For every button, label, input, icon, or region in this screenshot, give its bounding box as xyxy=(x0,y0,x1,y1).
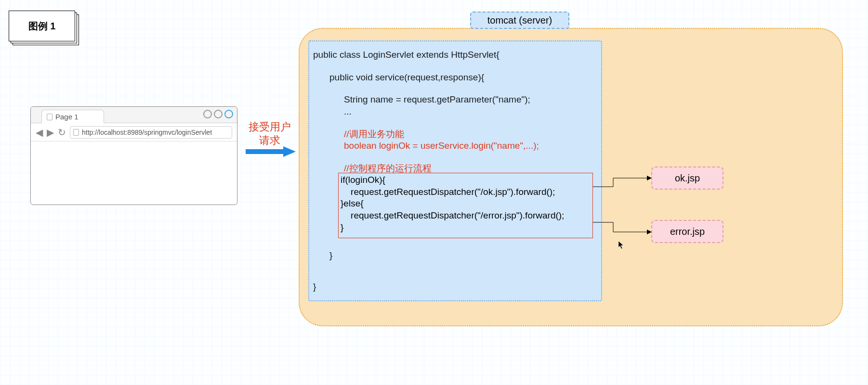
svg-marker-1 xyxy=(283,146,296,157)
code-line: String name = request.getParameter("name… xyxy=(313,94,597,106)
legend-box: 图例 1 xyxy=(9,11,75,41)
error-jsp-label: error.jsp xyxy=(670,226,705,237)
code-comment-business: //调用业务功能 xyxy=(313,128,597,141)
url-bar[interactable]: http://localhost:8989/springmvc/loginSer… xyxy=(70,126,232,139)
flow-control-box: if(loginOk){ request.getRequestDispatche… xyxy=(338,173,593,238)
code-line: if(loginOk){ xyxy=(341,174,591,186)
code-line: }else{ xyxy=(341,198,591,210)
forward-icon[interactable]: ▶ xyxy=(47,127,54,138)
back-icon[interactable]: ◀ xyxy=(36,127,43,138)
code-line: public void service(request,response){ xyxy=(313,72,597,84)
ok-jsp-node: ok.jsp xyxy=(651,167,723,190)
error-jsp-node: error.jsp xyxy=(651,220,723,243)
mouse-cursor-icon xyxy=(618,241,625,249)
connector-to-ok xyxy=(593,173,656,188)
code-line: } xyxy=(313,250,597,262)
code-line: boolean loginOk = userService.login("nam… xyxy=(313,140,597,152)
tomcat-label-text: tomcat (server) xyxy=(487,15,552,26)
code-line: } xyxy=(313,281,597,293)
connector-to-error xyxy=(593,221,656,236)
code-line: ... xyxy=(313,106,597,118)
legend-card: 图例 1 xyxy=(9,11,79,45)
request-arrow-icon xyxy=(246,144,299,159)
browser-tabbar: Page 1 xyxy=(31,107,237,123)
browser-window: Page 1 ◀ ▶ ↻ http://localhost:8989/sprin… xyxy=(30,106,237,205)
code-line: } xyxy=(341,222,591,234)
code-line: request.getRequestDispatcher("/error.jsp… xyxy=(341,210,591,222)
window-control-dot[interactable] xyxy=(203,110,212,118)
ok-jsp-label: ok.jsp xyxy=(675,173,700,184)
reload-icon[interactable]: ↻ xyxy=(58,127,66,138)
svg-marker-2 xyxy=(647,176,652,180)
svg-marker-3 xyxy=(647,230,652,234)
request-arrow-label: 接受用户 请求 xyxy=(246,120,294,147)
url-text: http://localhost:8989/springmvc/loginSer… xyxy=(82,128,212,136)
page-icon xyxy=(73,129,79,136)
browser-tab[interactable]: Page 1 xyxy=(41,110,104,123)
code-line: request.getRequestDispatcher("/ok.jsp").… xyxy=(341,186,591,198)
browser-navrow: ◀ ▶ ↻ http://localhost:8989/springmvc/lo… xyxy=(31,123,237,141)
window-control-dot[interactable] xyxy=(214,110,223,118)
document-icon xyxy=(47,114,53,120)
legend-title: 图例 1 xyxy=(28,20,56,33)
tomcat-label: tomcat (server) xyxy=(470,12,569,29)
window-controls xyxy=(203,110,233,118)
servlet-code-box: public class LoginServlet extends HttpSe… xyxy=(308,40,602,301)
window-control-dot[interactable] xyxy=(224,110,233,118)
browser-tab-label: Page 1 xyxy=(55,113,79,121)
arrow-label-line1: 接受用户 xyxy=(246,120,294,134)
code-line: public class LoginServlet extends HttpSe… xyxy=(313,49,597,61)
